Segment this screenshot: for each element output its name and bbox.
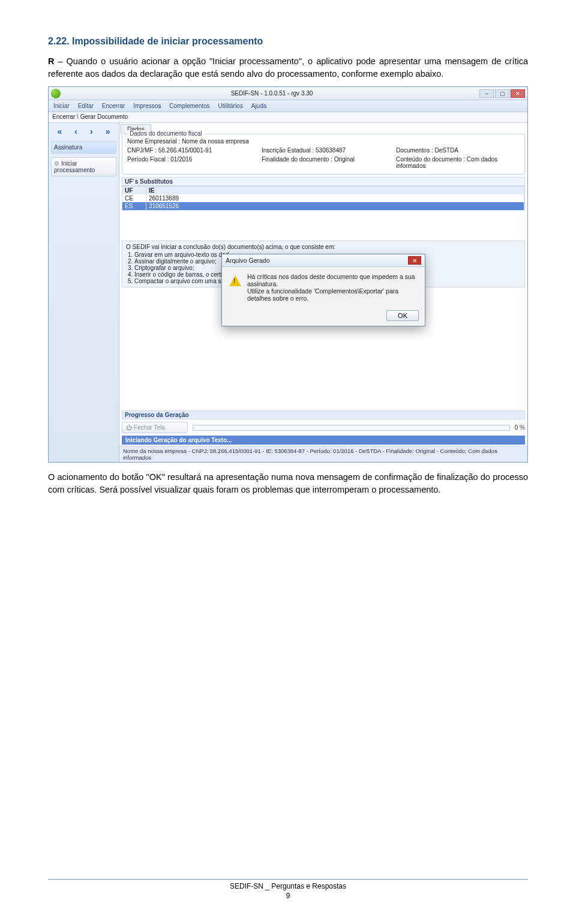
- info-intro: O SEDIF vai iniciar a conclusão do(s) do…: [126, 244, 521, 250]
- menu-impressos[interactable]: Impressos: [133, 103, 161, 109]
- menu-iniciar[interactable]: Iniciar: [53, 103, 70, 109]
- menubar: Iniciar Editar Encerrar Impressos Comple…: [49, 100, 527, 112]
- cell-uf: ES: [122, 202, 146, 210]
- warning-icon: [229, 275, 241, 286]
- window-buttons: – ▢ ✕: [479, 89, 525, 98]
- record-nav: « ‹ › »: [49, 125, 119, 137]
- cell-uf: CE: [122, 194, 146, 202]
- titlebar: SEDIF-SN - 1.0.0.51 - rgv 3.30 – ▢ ✕: [49, 87, 527, 100]
- table-ufs: UF IE CE 260113689 ES 310651526: [122, 186, 525, 211]
- sidebar: « ‹ › » Assinatura ⚙Iniciar processament…: [49, 123, 119, 462]
- app-logo-icon: [51, 89, 61, 98]
- close-button[interactable]: ✕: [511, 89, 525, 98]
- sidebar-item-iniciar-processamento[interactable]: ⚙Iniciar processamento: [51, 157, 116, 176]
- dialog-msg-line: Há críticas nos dados deste documento qu…: [247, 273, 418, 287]
- nav-last-icon[interactable]: »: [106, 127, 110, 136]
- dialog-message: Há críticas nos dados deste documento qu…: [247, 273, 418, 302]
- field-ie: Inscrição Estadual : 530638487: [262, 147, 385, 154]
- generation-status: Iniciando Geração do arquivo Texto...: [122, 436, 525, 445]
- menu-ajuda[interactable]: Ajuda: [251, 103, 267, 109]
- app-screenshot: SEDIF-SN - 1.0.0.51 - rgv 3.30 – ▢ ✕ Ini…: [48, 86, 528, 463]
- menu-utilitarios[interactable]: Utilitários: [218, 103, 243, 109]
- para-prefix: R: [48, 56, 54, 66]
- dialog-title: Arquivo Gerado: [226, 257, 270, 264]
- progress-bar: [193, 425, 510, 431]
- sidebar-item-assinatura[interactable]: Assinatura: [51, 141, 116, 154]
- footer-page: 9: [48, 892, 528, 900]
- paragraph-outro: O acionamento do botão "OK" resultará na…: [48, 471, 528, 496]
- progress-percent: 0 %: [515, 424, 525, 431]
- field-cnpj: CNPJ/MF : 58.266.415/0001-91: [127, 147, 251, 154]
- menu-editar[interactable]: Editar: [78, 103, 94, 109]
- groupbox-dados-fiscal: Dados do documento fiscal Nome Empresari…: [122, 134, 525, 175]
- window-title: SEDIF-SN - 1.0.0.51 - rgv 3.30: [64, 90, 479, 97]
- dialog-arquivo-gerado: Arquivo Gerado ✕ Há críticas nos dados d…: [221, 254, 425, 326]
- ok-button[interactable]: OK: [386, 310, 419, 321]
- page-footer: SEDIF-SN _ Perguntas e Respostas 9: [48, 879, 528, 900]
- dialog-titlebar: Arquivo Gerado ✕: [222, 254, 425, 267]
- power-icon: ⏻: [126, 424, 132, 431]
- table-row[interactable]: CE 260113689: [122, 194, 524, 202]
- groupbox-legend: Dados do documento fiscal: [127, 130, 205, 137]
- maximize-button[interactable]: ▢: [495, 89, 509, 98]
- paragraph-intro: R – Quando o usuário acionar a opção "In…: [48, 55, 528, 80]
- minimize-button[interactable]: –: [479, 89, 494, 98]
- statusbar: Nome da nossa empresa - CNPJ: 58.266.415…: [119, 446, 527, 462]
- menu-encerrar[interactable]: Encerrar: [102, 103, 125, 109]
- fechar-label: Fechar Tela: [134, 424, 165, 431]
- field-conteudo: Conteúdo do documento : Com dados inform…: [396, 156, 520, 169]
- field-documentos: Documentos : DeSTDA: [396, 147, 520, 154]
- sidebar-item-label: Iniciar processamento: [54, 160, 95, 173]
- nav-first-icon[interactable]: «: [58, 127, 62, 136]
- cell-ie: 260113689: [146, 194, 524, 202]
- nav-next-icon[interactable]: ›: [90, 127, 93, 136]
- menu-complementos[interactable]: Complementos: [169, 103, 209, 109]
- main-panel: Dados Dados do documento fiscal Nome Emp…: [119, 123, 527, 462]
- para-rest: – Quando o usuário acionar a opção "Inic…: [48, 56, 528, 79]
- dialog-close-button[interactable]: ✕: [408, 256, 421, 265]
- field-nome: Nome Empresarial : Nome da nossa empresa: [127, 138, 520, 145]
- cell-ie: 310651526: [146, 202, 524, 210]
- footer-title: SEDIF-SN _ Perguntas e Respostas: [48, 882, 528, 890]
- breadcrumb: Encerrar \ Gerar Documento: [49, 112, 527, 123]
- table-row[interactable]: ES 310651526: [122, 202, 524, 210]
- field-finalidade: Finalidade do documento : Original: [262, 156, 385, 169]
- dialog-msg-line: Utilize a funcionalidade 'Complementos\E…: [247, 287, 418, 302]
- progress-label: Progresso da Geração: [122, 410, 525, 419]
- nav-prev-icon[interactable]: ‹: [74, 127, 77, 136]
- section-heading: 2.22. Impossibilidade de iniciar process…: [48, 36, 528, 47]
- field-periodo: Período Fiscal : 01/2016: [127, 156, 251, 169]
- th-uf: UF: [122, 187, 146, 194]
- table-header: UF IE: [122, 187, 524, 194]
- subheader-ufs: UF´s Substitutos: [122, 177, 525, 186]
- progress-row: ⏻ Fechar Tela 0 %: [122, 422, 525, 433]
- fechar-tela-button[interactable]: ⏻ Fechar Tela: [122, 422, 188, 433]
- gear-icon: ⚙: [54, 160, 59, 167]
- th-ie: IE: [146, 187, 524, 194]
